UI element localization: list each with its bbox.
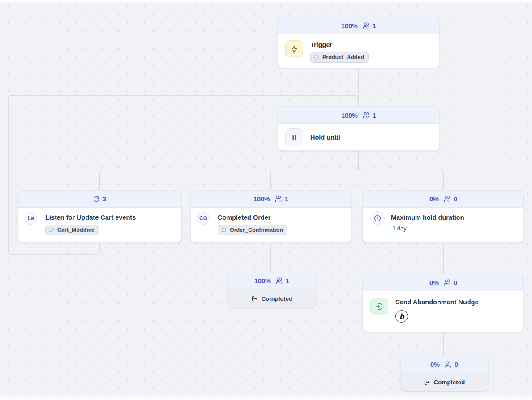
loop-count-stat: 2 xyxy=(103,196,106,203)
percent-stat: 0% xyxy=(429,279,439,286)
exit-label-row: Completed xyxy=(228,289,315,307)
listen-stats-header: 2 xyxy=(18,191,181,208)
percent-stat: 100% xyxy=(341,22,358,30)
reload-loop-icon xyxy=(93,196,100,203)
event-badge-label: Cart_Modified xyxy=(57,227,94,233)
users-icon xyxy=(362,22,370,30)
percent-stat: 0% xyxy=(430,361,440,368)
braze-glyph: b xyxy=(399,312,404,321)
duration-value: 1 day xyxy=(392,225,464,233)
percent-stat: 100% xyxy=(341,112,358,119)
event-selector-icon xyxy=(314,55,320,60)
user-count-stat: 0 xyxy=(454,196,457,203)
max-hold-stats-header: 0% 0 xyxy=(363,191,523,208)
users-icon xyxy=(275,277,283,285)
exit-stats-header: 100% 1 xyxy=(228,272,315,289)
logout-exit-icon xyxy=(251,295,258,302)
node-initials-avatar: Le xyxy=(25,212,37,225)
event-badge-label: Order_Confirmation xyxy=(230,227,283,233)
node-send-abandonment-nudge[interactable]: 0% 0 Send Abandonment Nudge b xyxy=(363,274,524,332)
trigger-stats-header: 100% 1 xyxy=(278,17,439,34)
event-selector-icon xyxy=(49,227,55,233)
exit-label: Completed xyxy=(262,295,293,302)
event-badge-label: Product_Added xyxy=(322,54,364,60)
percent-stat: 100% xyxy=(253,196,270,203)
node-title: Maximum hold duration xyxy=(391,213,464,222)
pause-icon xyxy=(285,128,303,146)
logout-exit-icon xyxy=(424,379,430,386)
node-exit-completed-center[interactable]: 100% 1 Completed xyxy=(228,272,316,308)
users-icon xyxy=(362,111,370,119)
node-exit-completed-bottom[interactable]: 0% 0 Completed xyxy=(400,356,488,391)
arrow-into-circle-icon xyxy=(370,298,388,315)
users-icon xyxy=(443,279,451,286)
exit-stats-header: 0% 0 xyxy=(401,356,488,373)
node-title: Hold until xyxy=(310,133,340,142)
user-count-stat: 1 xyxy=(373,22,376,30)
user-count-stat: 1 xyxy=(373,112,376,119)
node-initials-avatar: CO xyxy=(197,212,210,225)
lightning-bolt-icon xyxy=(285,40,303,58)
exit-label: Completed xyxy=(434,379,465,386)
journey-canvas[interactable]: 100% 1 Trigger Product_Added xyxy=(0,0,532,400)
user-count-stat: 1 xyxy=(286,277,289,285)
node-listen-update-cart[interactable]: 2 Le Listen for Update Cart events Cart_… xyxy=(18,190,181,243)
event-selector-icon xyxy=(221,227,227,233)
user-count-stat: 0 xyxy=(454,279,457,286)
node-title: Completed Order xyxy=(218,213,287,222)
node-title: Trigger xyxy=(310,40,369,49)
clock-icon xyxy=(370,211,385,226)
hold-stats-header: 100% 1 xyxy=(278,107,439,124)
node-trigger[interactable]: 100% 1 Trigger Product_Added xyxy=(278,17,440,68)
node-max-hold-duration[interactable]: 0% 0 Maximum hold duration 1 day xyxy=(363,190,524,243)
event-badge[interactable]: Cart_Modified xyxy=(45,225,99,235)
users-icon xyxy=(443,195,451,203)
node-title: Send Abandonment Nudge xyxy=(395,298,479,306)
user-count-stat: 1 xyxy=(285,196,288,203)
nudge-stats-header: 0% 0 xyxy=(363,274,523,291)
node-completed-order[interactable]: 100% 1 CO Completed Order Order_Confirma… xyxy=(190,190,352,243)
percent-stat: 0% xyxy=(429,196,439,203)
node-title: Listen for Update Cart events xyxy=(45,213,136,222)
users-icon xyxy=(444,361,452,368)
completed-order-stats-header: 100% 1 xyxy=(191,191,351,208)
percent-stat: 100% xyxy=(254,277,271,285)
event-badge[interactable]: Product_Added xyxy=(310,52,369,63)
exit-label-row: Completed xyxy=(401,373,488,391)
user-count-stat: 0 xyxy=(455,361,458,368)
node-hold-until[interactable]: 100% 1 Hold until xyxy=(278,106,440,151)
users-icon xyxy=(275,195,282,203)
event-badge[interactable]: Order_Confirmation xyxy=(218,225,287,235)
braze-b-icon: b xyxy=(395,310,408,323)
